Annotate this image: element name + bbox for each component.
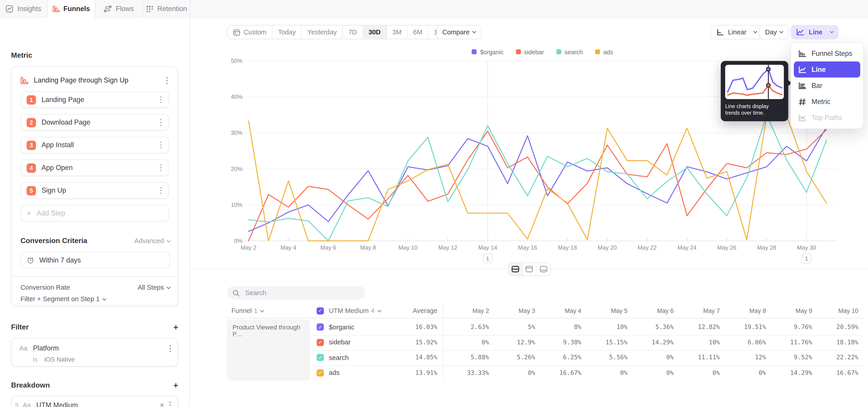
- line-chart-icon: [796, 28, 804, 36]
- linear-axis-icon: [716, 29, 723, 36]
- step-kebab-icon[interactable]: [158, 94, 164, 105]
- granularity-button[interactable]: Day: [759, 25, 789, 39]
- cell-value: 33.33%: [443, 369, 489, 376]
- funnel-title-row[interactable]: Landing Page through Sign Up: [21, 75, 170, 86]
- add-breakdown-button[interactable]: +: [174, 380, 178, 390]
- step-label: Landing Page: [41, 96, 158, 103]
- step-kebab-icon[interactable]: [158, 117, 164, 128]
- svg-text:1: 1: [805, 255, 808, 261]
- layout-table-view-button[interactable]: [536, 263, 550, 275]
- range-6m[interactable]: 6M: [408, 26, 428, 39]
- cell-value: 5.36%: [627, 323, 674, 331]
- advanced-dropdown[interactable]: Advanced: [134, 237, 170, 244]
- layout-chart-view-button[interactable]: [523, 263, 536, 275]
- funnel-column-header[interactable]: Funnel1: [227, 307, 317, 315]
- add-step-button[interactable]: + Add Step: [21, 205, 169, 221]
- funnel-kebab-icon[interactable]: [164, 75, 170, 86]
- compare-button[interactable]: Compare: [436, 25, 482, 39]
- chart-view-icon: [525, 266, 533, 273]
- breakdown-heading: Breakdown: [11, 381, 50, 389]
- cell-value: 0%: [489, 369, 535, 376]
- series-checkbox[interactable]: ✓: [317, 354, 324, 361]
- query-builder-sidebar: Metric Landing Page through Sign Up 1 La…: [0, 18, 190, 407]
- range-today[interactable]: Today: [273, 26, 302, 39]
- range-30d[interactable]: 30D: [363, 26, 387, 39]
- funnel-step-2[interactable]: 2 Download Page: [21, 114, 169, 130]
- tab-flows[interactable]: Flows: [95, 0, 143, 18]
- menu-item-funnel-steps[interactable]: Funnel Steps: [794, 45, 860, 62]
- menu-item-metric[interactable]: Metric: [794, 94, 860, 109]
- scale-button[interactable]: Linear: [710, 25, 763, 39]
- cell-value: 8%: [535, 323, 581, 331]
- insights-icon: [6, 5, 13, 13]
- cell-value: 16.67%: [812, 369, 858, 376]
- step-kebab-icon[interactable]: [158, 162, 164, 174]
- svg-text:40%: 40%: [231, 94, 242, 100]
- layout-split-view-button[interactable]: [509, 263, 523, 275]
- series-checkbox[interactable]: ✓: [317, 369, 324, 376]
- filter-card[interactable]: Aa Platform Is iOS Native: [11, 338, 178, 367]
- day-column-header[interactable]: May 10: [812, 307, 858, 314]
- breakdown-card[interactable]: Aa UTM Medium ×: [11, 396, 178, 407]
- average-value: 13.91%: [400, 369, 437, 376]
- select-all-checkbox[interactable]: ✓: [317, 307, 324, 314]
- day-column-header[interactable]: May 5: [581, 307, 627, 314]
- tab-retention[interactable]: Retention: [143, 0, 191, 18]
- day-column-header[interactable]: May 9: [766, 307, 812, 314]
- day-column-header[interactable]: May 3: [489, 307, 535, 314]
- average-column-header[interactable]: Average: [400, 307, 437, 315]
- funnel-steps-icon: [798, 50, 807, 57]
- tab-flows-label: Flows: [116, 5, 134, 13]
- table-row[interactable]: ✓ads 13.91% 33.33% 0% 16.67% 0% 0% 0% 0%…: [227, 365, 864, 380]
- chevron-down-icon: [377, 308, 381, 312]
- add-filter-button[interactable]: +: [174, 322, 178, 332]
- filter-kebab-icon[interactable]: [167, 343, 174, 354]
- conversion-rate-dropdown[interactable]: All Steps: [138, 284, 170, 291]
- table-row[interactable]: ✓sidebar 15.92% 0% 12.9% 9.38% 15.15% 14…: [227, 335, 864, 350]
- menu-item-line[interactable]: Line: [794, 62, 860, 77]
- day-column-header[interactable]: May 8: [720, 307, 766, 314]
- funnel-step-5[interactable]: 5 Sign Up: [21, 182, 169, 199]
- day-column-header[interactable]: May 2: [443, 304, 489, 318]
- day-column-header[interactable]: May 7: [674, 307, 720, 314]
- step-number-badge: 1: [27, 95, 36, 104]
- range-3m[interactable]: 3M: [387, 26, 408, 39]
- range-yesterday[interactable]: Yesterday: [302, 26, 343, 39]
- cell-value: 5.26%: [489, 354, 535, 361]
- tab-insights[interactable]: Insights: [0, 0, 48, 18]
- day-column-header[interactable]: May 4: [535, 307, 581, 314]
- day-column-header[interactable]: May 6: [627, 307, 674, 314]
- table-search[interactable]: [227, 286, 365, 300]
- filter-segment-dropdown[interactable]: Filter + Segment on Step 1: [21, 295, 106, 303]
- menu-item-top-paths[interactable]: Top Paths: [794, 109, 860, 126]
- funnel-step-4[interactable]: 4 App Open: [21, 159, 169, 176]
- filter-operator[interactable]: Is: [33, 356, 37, 363]
- series-checkbox[interactable]: ✓: [317, 323, 324, 331]
- cell-value: 0%: [581, 369, 627, 376]
- search-input[interactable]: [244, 288, 344, 298]
- cell-value: 12.9%: [489, 339, 535, 346]
- funnel-step-1[interactable]: 1 Landing Page: [21, 91, 169, 108]
- breakdown-kebab-icon[interactable]: [167, 399, 174, 407]
- step-kebab-icon[interactable]: [158, 185, 164, 196]
- series-checkbox[interactable]: ✓: [317, 339, 324, 346]
- step-number-badge: 3: [27, 140, 36, 150]
- conversion-window[interactable]: Within 7 days: [21, 252, 170, 269]
- remove-breakdown-icon[interactable]: ×: [157, 401, 167, 407]
- step-label: Download Page: [41, 119, 158, 126]
- range-7d[interactable]: 7D: [343, 26, 363, 39]
- menu-item-bar[interactable]: Bar: [794, 77, 860, 94]
- range-custom[interactable]: Custom: [228, 26, 273, 39]
- chart-type-button[interactable]: Line: [790, 25, 838, 39]
- step-kebab-icon[interactable]: [158, 139, 164, 151]
- cell-value: 12%: [720, 354, 766, 361]
- filter-value[interactable]: iOS Native: [44, 356, 75, 363]
- funnel-step-3[interactable]: 3 App Install: [21, 137, 169, 153]
- drag-handle-icon[interactable]: [15, 402, 19, 407]
- table-row[interactable]: ✓$organic 16.03% 2.63% 5% 8% 10% 5.36% 1…: [227, 319, 864, 335]
- average-value: 14.85%: [400, 354, 437, 361]
- table-row[interactable]: ✓search 14.85% 5.88% 5.26% 6.25% 5.56% 0…: [227, 350, 864, 365]
- average-value: 16.03%: [400, 323, 437, 331]
- breakdown-column-header[interactable]: ✓ UTM Medium4: [317, 307, 400, 315]
- tab-funnels[interactable]: Funnels: [48, 0, 95, 18]
